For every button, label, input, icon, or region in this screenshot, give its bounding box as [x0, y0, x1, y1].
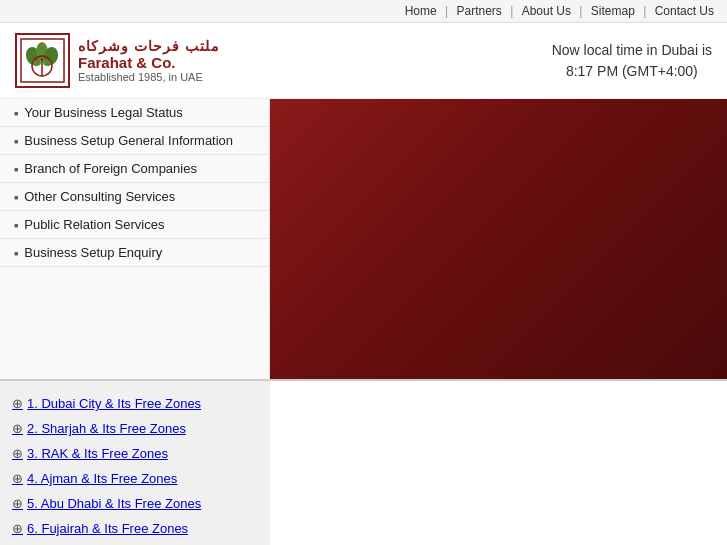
- link-abudhabi[interactable]: ⊕5. Abu Dhabi & Its Free Zones: [0, 491, 270, 516]
- time-value: 8:17 PM (GMT+4:00): [552, 61, 712, 82]
- link-ajman[interactable]: ⊕4. Ajman & Its Free Zones: [0, 466, 270, 491]
- company-name: Farahat & Co.: [78, 54, 220, 71]
- sidebar-legal-status[interactable]: Your Business Legal Status: [0, 99, 269, 127]
- link-uaq[interactable]: ⊕7. UAQ & Its Free Zones: [0, 541, 270, 545]
- separator-2: |: [510, 4, 513, 18]
- separator-4: |: [643, 4, 646, 18]
- bottom-right-area: [270, 381, 727, 545]
- main-layout: Your Business Legal Status Business Setu…: [0, 99, 727, 379]
- time-display: Now local time in Dubai is 8:17 PM (GMT+…: [552, 40, 712, 82]
- plus-icon-6: ⊕: [12, 521, 23, 536]
- home-link[interactable]: Home: [405, 4, 437, 18]
- link-fujairah[interactable]: ⊕6. Fujairah & Its Free Zones: [0, 516, 270, 541]
- logo-area: ملتب فرحات وشركاه Farahat & Co. Establis…: [15, 33, 220, 88]
- logo-svg: [20, 38, 65, 83]
- link-sharjah[interactable]: ⊕2. Sharjah & Its Free Zones: [0, 416, 270, 441]
- sidebar-business-setup[interactable]: Business Setup General Information: [0, 127, 269, 155]
- plus-icon-1: ⊕: [12, 396, 23, 411]
- sidebar: Your Business Legal Status Business Setu…: [0, 99, 270, 379]
- link-rak[interactable]: ⊕3. RAK & Its Free Zones: [0, 441, 270, 466]
- separator-1: |: [445, 4, 448, 18]
- about-us-link[interactable]: About Us: [522, 4, 571, 18]
- banner-area: [270, 99, 727, 379]
- plus-icon-2: ⊕: [12, 421, 23, 436]
- sidebar-business-enquiry[interactable]: Business Setup Enquiry: [0, 239, 269, 267]
- plus-icon-4: ⊕: [12, 471, 23, 486]
- sidebar-branch-foreign[interactable]: Branch of Foreign Companies: [0, 155, 269, 183]
- contact-us-link[interactable]: Contact Us: [655, 4, 714, 18]
- time-label: Now local time in Dubai is: [552, 40, 712, 61]
- bottom-links: ⊕1. Dubai City & Its Free Zones ⊕2. Shar…: [0, 381, 270, 545]
- logo-icon: [15, 33, 70, 88]
- plus-icon-3: ⊕: [12, 446, 23, 461]
- top-navigation: Home | Partners | About Us | Sitemap | C…: [0, 0, 727, 23]
- sitemap-link[interactable]: Sitemap: [591, 4, 635, 18]
- page-header: ملتب فرحات وشركاه Farahat & Co. Establis…: [0, 23, 727, 99]
- bottom-section: ⊕1. Dubai City & Its Free Zones ⊕2. Shar…: [0, 379, 727, 545]
- plus-icon-5: ⊕: [12, 496, 23, 511]
- partners-link[interactable]: Partners: [456, 4, 501, 18]
- separator-3: |: [579, 4, 582, 18]
- sidebar-public-relation[interactable]: Public Relation Services: [0, 211, 269, 239]
- sidebar-other-consulting[interactable]: Other Consulting Services: [0, 183, 269, 211]
- logo-text: ملتب فرحات وشركاه Farahat & Co. Establis…: [78, 38, 220, 83]
- established-text: Established 1985, in UAE: [78, 71, 220, 83]
- arabic-text: ملتب فرحات وشركاه: [78, 38, 220, 54]
- link-dubai[interactable]: ⊕1. Dubai City & Its Free Zones: [0, 391, 270, 416]
